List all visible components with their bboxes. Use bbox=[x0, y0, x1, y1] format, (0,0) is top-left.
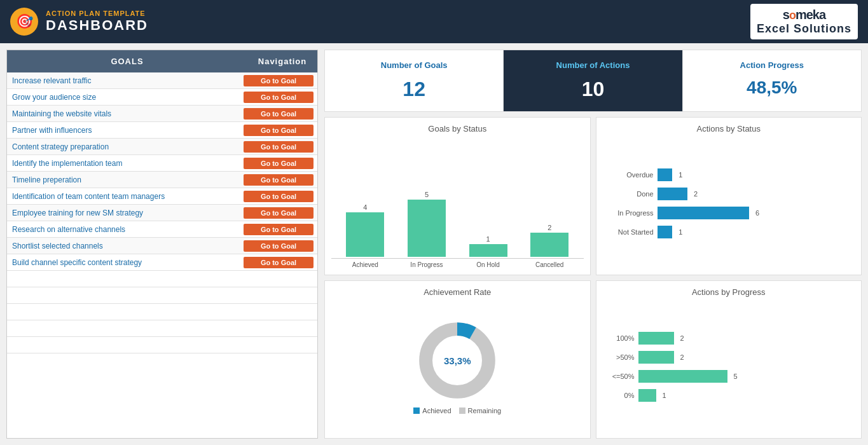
goal-name[interactable]: Timeline preperation bbox=[7, 173, 240, 187]
goals-by-status-title: Goals by Status bbox=[331, 124, 584, 134]
charts-row-1: Goals by Status 4 5 1 2 AchievedIn Progr… bbox=[324, 117, 862, 275]
actions-by-progress-hbar: 100% 2 >50% 2 <=50% 5 0% 1 bbox=[603, 302, 855, 432]
goal-name[interactable]: Shortlist selected channels bbox=[7, 239, 240, 253]
actions-by-status-chart: Actions by Status Overdue 1 Done 2 In Pr… bbox=[596, 117, 862, 275]
go-to-goal-button[interactable]: Go to Goal bbox=[244, 108, 313, 120]
goal-row: Content strategy preparation Go to Goal bbox=[7, 139, 317, 155]
goals-panel: GOALS Navigation Increase relevant traff… bbox=[6, 50, 318, 439]
go-to-goal-button[interactable]: Go to Goal bbox=[244, 207, 313, 219]
goal-name[interactable]: Content strategy preparation bbox=[7, 140, 240, 154]
goal-name[interactable]: Identification of team content team mana… bbox=[7, 189, 240, 203]
donut-wrap: 33,3% bbox=[416, 319, 499, 402]
legend-remaining-label: Remaining bbox=[468, 407, 502, 414]
progress-hbar-row: 0% 1 bbox=[609, 389, 849, 402]
hbar-value: 6 bbox=[755, 209, 759, 217]
logo-text: someka bbox=[757, 8, 851, 22]
progress-hbar-row: <=50% 5 bbox=[609, 370, 849, 383]
stat-goals-label: Number of Goals bbox=[331, 60, 497, 70]
progress-hbar-label: <=50% bbox=[609, 373, 635, 380]
brand-logo: someka Excel Solutions bbox=[750, 4, 858, 39]
hbar-label: Done bbox=[609, 190, 654, 198]
goal-name[interactable]: Grow your audience size bbox=[7, 90, 240, 104]
legend-achieved-label: Achieved bbox=[422, 407, 451, 414]
stat-progress-value: 48,5% bbox=[689, 78, 855, 98]
hbar-row: In Progress 6 bbox=[609, 207, 849, 219]
charts-row-2: Achievement Rate 33,3% Achieved bbox=[324, 280, 862, 439]
bar-axis-label: On Hold bbox=[460, 261, 516, 268]
goal-empty-row bbox=[7, 304, 317, 320]
go-to-goal-button[interactable]: Go to Goal bbox=[244, 92, 313, 103]
bar-value-label: 5 bbox=[425, 191, 429, 198]
bar-axis-label: Achieved bbox=[338, 261, 393, 268]
hbar-row: Not Started 1 bbox=[609, 226, 849, 238]
hbar bbox=[658, 168, 673, 181]
legend-achieved: Achieved bbox=[413, 407, 451, 414]
goal-row: Build channel specific content strategy … bbox=[7, 254, 317, 271]
bar bbox=[346, 212, 384, 257]
hbar-value: 1 bbox=[679, 171, 682, 179]
header-subtitle: ACTION PLAN TEMPLATE bbox=[46, 10, 148, 17]
bar-value-label: 4 bbox=[363, 203, 367, 211]
goal-empty-row bbox=[7, 287, 317, 304]
goal-row: Maintaining the website vitals Go to Goa… bbox=[7, 106, 317, 122]
legend-remaining: Remaining bbox=[459, 407, 502, 414]
hbar-label: Not Started bbox=[609, 228, 654, 236]
nav-col-header: Navigation bbox=[247, 50, 317, 72]
achievement-rate-title: Achievement Rate bbox=[331, 287, 584, 297]
goal-name[interactable]: Maintaining the website vitals bbox=[7, 107, 240, 121]
bar bbox=[530, 233, 568, 257]
hbar-label: Overdue bbox=[609, 171, 654, 179]
go-to-goal-button[interactable]: Go to Goal bbox=[244, 75, 313, 86]
bar-axis-label: In Progress bbox=[399, 261, 455, 268]
hbar bbox=[658, 207, 750, 219]
bar-group: 1 bbox=[460, 235, 516, 257]
go-to-goal-button[interactable]: Go to Goal bbox=[244, 125, 313, 136]
goal-row: Research on alternative channels Go to G… bbox=[7, 221, 317, 238]
donut-label: 33,3% bbox=[444, 355, 471, 366]
hbar bbox=[658, 188, 688, 200]
actions-hbar-chart: Overdue 1 Done 2 In Progress 6 Not Start… bbox=[603, 139, 855, 268]
goal-name[interactable]: Identify the implementation team bbox=[7, 156, 240, 170]
go-to-goal-button[interactable]: Go to Goal bbox=[244, 158, 313, 169]
progress-hbar-bar bbox=[638, 370, 727, 383]
goal-row: Identify the implementation team Go to G… bbox=[7, 155, 317, 172]
goal-name[interactable]: Build channel specific content strategy bbox=[7, 256, 240, 270]
stat-goals: Number of Goals 12 bbox=[325, 50, 504, 111]
goals-list: Increase relevant traffic Go to Goal Gro… bbox=[7, 72, 317, 353]
actions-by-status-title: Actions by Status bbox=[603, 124, 855, 134]
legend-achieved-dot bbox=[413, 407, 420, 414]
go-to-goal-button[interactable]: Go to Goal bbox=[244, 240, 313, 252]
goal-name[interactable]: Research on alternative channels bbox=[7, 222, 240, 236]
hbar bbox=[658, 226, 673, 238]
goals-bar-area: 4 5 1 2 bbox=[331, 139, 584, 259]
go-to-goal-button[interactable]: Go to Goal bbox=[244, 174, 313, 186]
goals-by-status-chart: Goals by Status 4 5 1 2 AchievedIn Progr… bbox=[324, 117, 591, 275]
goal-name[interactable]: Increase relevant traffic bbox=[7, 74, 240, 88]
goal-name[interactable]: Partner with influencers bbox=[7, 123, 240, 137]
bar-group: 5 bbox=[399, 191, 455, 257]
hbar-value: 1 bbox=[679, 228, 682, 236]
progress-hbar-row: >50% 2 bbox=[609, 351, 849, 364]
goals-table-header: GOALS Navigation bbox=[7, 50, 317, 72]
actions-by-progress-title: Actions by Progress bbox=[603, 287, 855, 297]
achievement-rate-chart: Achievement Rate 33,3% Achieved bbox=[324, 280, 591, 439]
goal-row: Grow your audience size Go to Goal bbox=[7, 89, 317, 106]
hbar-row: Done 2 bbox=[609, 188, 849, 200]
goal-name[interactable]: Employee training for new SM strategy bbox=[7, 206, 240, 220]
progress-hbar-row: 100% 2 bbox=[609, 332, 849, 345]
goal-empty-row bbox=[7, 320, 317, 337]
logo-sub: Excel Solutions bbox=[757, 22, 851, 36]
progress-hbar-value: 5 bbox=[734, 373, 738, 380]
goal-empty-row bbox=[7, 337, 317, 353]
go-to-goal-button[interactable]: Go to Goal bbox=[244, 224, 313, 235]
bar-group: 2 bbox=[522, 224, 577, 257]
go-to-goal-button[interactable]: Go to Goal bbox=[244, 141, 313, 153]
goals-col-header: GOALS bbox=[7, 50, 247, 72]
go-to-goal-button[interactable]: Go to Goal bbox=[244, 191, 313, 202]
goal-row: Increase relevant traffic Go to Goal bbox=[7, 72, 317, 89]
go-to-goal-button[interactable]: Go to Goal bbox=[244, 257, 313, 268]
logo-o: o bbox=[789, 9, 796, 22]
progress-hbar-label: >50% bbox=[609, 353, 635, 361]
progress-hbar-value: 1 bbox=[663, 392, 666, 399]
hbar-label: In Progress bbox=[609, 209, 654, 217]
